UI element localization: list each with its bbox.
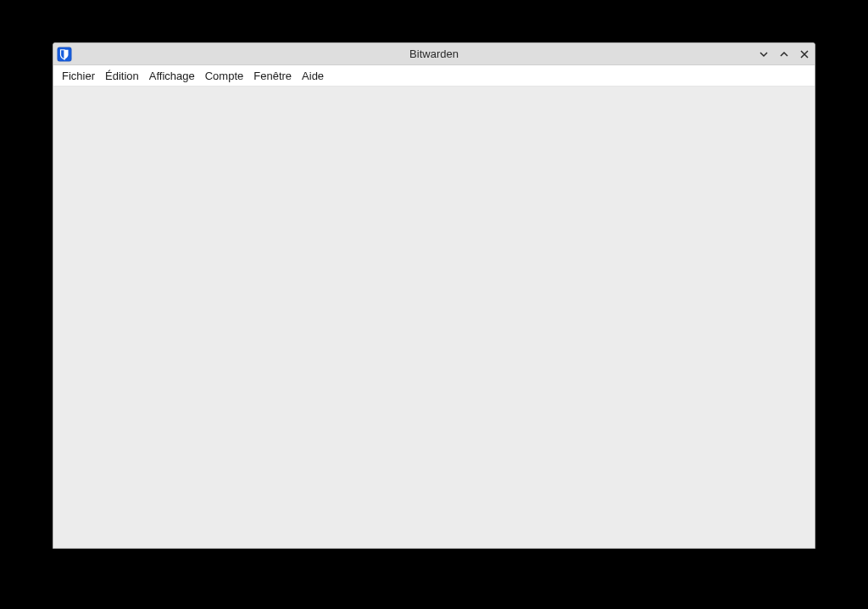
bitwarden-icon (57, 47, 72, 62)
close-button[interactable] (798, 47, 811, 61)
menu-window[interactable]: Fenêtre (248, 67, 297, 85)
menubar: Fichier Édition Affichage Compte Fenêtre… (53, 65, 815, 87)
maximize-button[interactable] (777, 47, 791, 61)
content-area (53, 87, 815, 548)
menu-file[interactable]: Fichier (57, 67, 100, 85)
menu-account[interactable]: Compte (200, 67, 249, 85)
app-window: Bitwarden Fichier Édition Affichage Comp… (53, 42, 815, 549)
window-controls (757, 47, 811, 61)
minimize-button[interactable] (757, 47, 771, 61)
menu-view[interactable]: Affichage (144, 67, 200, 85)
window-title: Bitwarden (409, 47, 459, 60)
menu-edit[interactable]: Édition (100, 67, 144, 85)
titlebar: Bitwarden (53, 43, 815, 65)
menu-help[interactable]: Aide (297, 67, 329, 85)
